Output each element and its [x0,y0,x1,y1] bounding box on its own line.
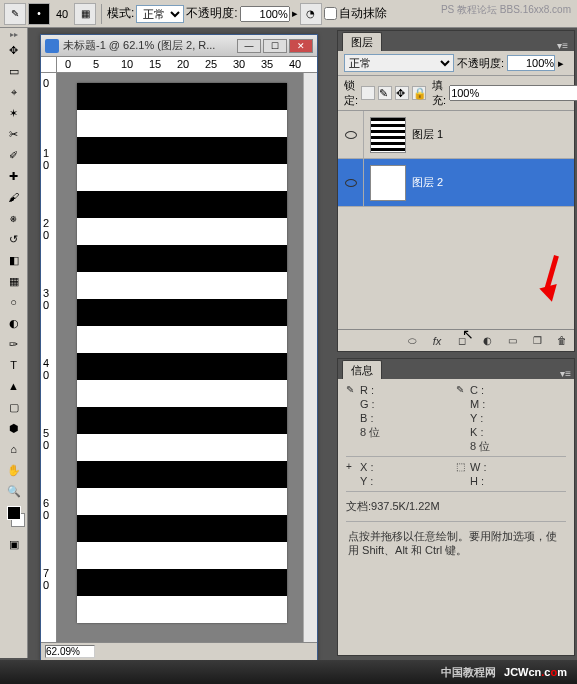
horizontal-ruler[interactable]: 0510152025303540 [57,57,317,73]
move-tool[interactable]: ✥ [3,40,25,60]
delete-layer-icon[interactable]: 🗑 [554,334,570,348]
layer-thumbnail[interactable] [370,165,406,201]
foreground-color[interactable] [7,506,21,520]
eraser-tool[interactable]: ◧ [3,250,25,270]
lock-transparency-icon[interactable] [361,86,375,100]
type-tool[interactable]: T [3,355,25,375]
auto-erase-label: 自动抹除 [339,5,387,22]
new-group-icon[interactable]: ▭ [504,334,520,348]
3d-tool[interactable]: ⬢ [3,418,25,438]
close-button[interactable]: ✕ [289,39,313,53]
pen-tool[interactable]: ✑ [3,334,25,354]
visibility-toggle-icon[interactable] [345,179,357,187]
visibility-toggle-icon[interactable] [345,131,357,139]
path-select-tool[interactable]: ▲ [3,376,25,396]
layer-name[interactable]: 图层 1 [412,127,443,142]
layers-footer: ⬭ fx ◻ ◐ ▭ ❐ 🗑 [338,329,574,351]
layer-style-icon[interactable]: fx [429,334,445,348]
lock-all-icon[interactable]: 🔒 [412,86,426,100]
gradient-tool[interactable]: ▦ [3,271,25,291]
brush-size: 40 [52,8,72,20]
layer-opacity-input[interactable] [507,55,555,71]
rgb-eyedropper-icon: ✎ [346,383,354,397]
opacity-arrow-icon[interactable]: ▸ [292,7,298,20]
fill-input[interactable] [449,85,577,101]
document-titlebar[interactable]: 未标题-1 @ 62.1% (图层 2, R... — ☐ ✕ [41,35,317,57]
info-tab[interactable]: 信息 [342,360,382,379]
watermark-bottom: 中国教程网 JCWcn.com [0,660,577,684]
zoom-tool[interactable]: 🔍 [3,481,25,501]
layer-row[interactable]: 图层 1 [338,111,574,159]
document-window: 未标题-1 @ 62.1% (图层 2, R... — ☐ ✕ 05101520… [40,34,318,661]
layers-tab[interactable]: 图层 [342,32,382,51]
healing-tool[interactable]: ✚ [3,166,25,186]
layer-mask-icon[interactable]: ◻ [454,334,470,348]
vertical-ruler[interactable]: 010203040506070 [41,73,57,642]
dodge-tool[interactable]: ◐ [3,313,25,333]
quickmask-toggle[interactable]: ▣ [3,534,25,554]
mode-label: 模式: [107,5,134,22]
auto-erase-checkbox[interactable] [324,7,337,20]
adjustment-layer-icon[interactable]: ◐ [479,334,495,348]
quick-select-tool[interactable]: ✶ [3,103,25,123]
blend-mode-select[interactable]: 正常 [136,5,184,23]
panel-menu-icon[interactable]: ▾≡ [557,40,568,51]
cmyk-eyedropper-icon: ✎ [456,383,464,397]
tablet-pressure-icon[interactable]: ◔ [300,3,322,25]
canvas[interactable] [77,83,287,623]
maximize-button[interactable]: ☐ [263,39,287,53]
shape-tool[interactable]: ▢ [3,397,25,417]
document-title: 未标题-1 @ 62.1% (图层 2, R... [63,38,235,53]
tools-panel: ▸▸ ✥ ▭ ⌖ ✶ ✂ ✐ ✚ 🖌 ⎈ ↺ ◧ ▦ ○ ◐ ✑ T ▲ ▢ ⬢… [0,28,28,658]
opacity-flyout-icon[interactable]: ▸ [558,57,564,70]
ps-doc-icon [45,39,59,53]
stamp-tool[interactable]: ⎈ [3,208,25,228]
opacity-input[interactable] [240,6,290,22]
layer-list[interactable]: 图层 1 图层 2 [338,111,574,329]
hand-tool[interactable]: ✋ [3,460,25,480]
tool-hint: 点按并拖移以任意绘制。要用附加选项，使用 Shift、Alt 和 Ctrl 键。 [346,525,566,561]
opacity-label: 不透明度: [186,5,237,22]
vertical-scrollbar[interactable] [303,73,317,642]
panel-menu-icon[interactable]: ▾≡ [560,368,571,379]
dimension-icon: ⬚ [456,460,465,474]
layer-row[interactable]: 图层 2 [338,159,574,207]
new-layer-icon[interactable]: ❐ [529,334,545,348]
crop-tool[interactable]: ✂ [3,124,25,144]
layer-thumbnail[interactable] [370,117,406,153]
brush-panel-toggle[interactable]: ▦ [74,3,96,25]
layers-panel: 图层 ▾≡ 正常 不透明度: ▸ 锁定: ✎ ✥ 🔒 填充: ▸ [337,30,575,352]
blur-tool[interactable]: ○ [3,292,25,312]
minimize-button[interactable]: — [237,39,261,53]
lock-pixels-icon[interactable]: ✎ [378,86,392,100]
lock-label: 锁定: [344,78,358,108]
pencil-preset-icon[interactable]: ✎ [4,3,26,25]
link-layers-icon[interactable]: ⬭ [404,334,420,348]
crosshair-icon: + [346,460,352,474]
marquee-tool[interactable]: ▭ [3,61,25,81]
layer-name[interactable]: 图层 2 [412,175,443,190]
eyedropper-tool[interactable]: ✐ [3,145,25,165]
ruler-origin[interactable] [41,57,57,73]
panel-dock: 图层 ▾≡ 正常 不透明度: ▸ 锁定: ✎ ✥ 🔒 填充: ▸ [335,28,577,660]
options-bar: ✎ • 40 ▦ 模式: 正常 不透明度: ▸ ◔ 自动抹除 [0,0,577,28]
layer-blend-mode-select[interactable]: 正常 [344,54,454,72]
site-watermark: JCWcn.com [504,666,567,678]
3d-camera-tool[interactable]: ⌂ [3,439,25,459]
layer-opacity-label: 不透明度: [457,56,504,71]
brush-preview[interactable]: • [28,3,50,25]
doc-size: 文档:937.5K/1.22M [346,495,566,518]
zoom-input[interactable] [45,645,95,658]
document-statusbar [41,642,317,660]
fill-label: 填充: [432,78,446,108]
info-panel: 信息 ▾≡ ✎R : G : B : 8 位 ✎C : M : Y : K : … [337,358,575,656]
canvas-viewport[interactable] [57,73,303,642]
history-brush-tool[interactable]: ↺ [3,229,25,249]
lock-position-icon[interactable]: ✥ [395,86,409,100]
lasso-tool[interactable]: ⌖ [3,82,25,102]
brush-tool[interactable]: 🖌 [3,187,25,207]
